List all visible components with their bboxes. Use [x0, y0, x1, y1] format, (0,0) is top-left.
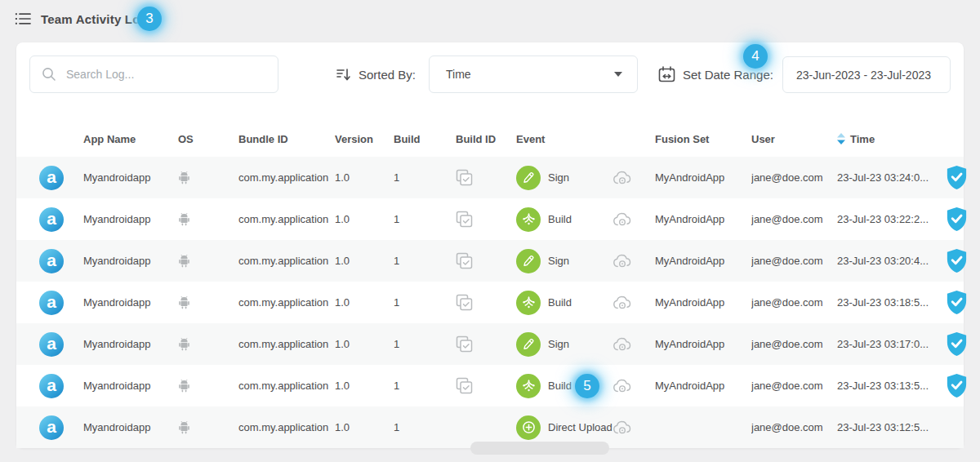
time-cell: 23-Jul-23 03:20:4... [837, 255, 946, 267]
time-cell: 23-Jul-23 03:18:5... [837, 296, 946, 309]
build-id-icon[interactable] [456, 294, 473, 311]
verified-shield-icon[interactable] [946, 165, 968, 190]
table-row[interactable]: a Myandroidapp com.my.application 1.0 1 [16, 365, 964, 406]
build-cell: 1 [394, 380, 456, 392]
table-header: App Name OS Bundle ID Version Build Buil… [16, 121, 964, 157]
verified-shield-icon[interactable] [946, 207, 968, 232]
app-name-cell: Myandroidapp [83, 255, 178, 267]
build-cell: 1 [394, 296, 456, 309]
search-input[interactable] [66, 68, 266, 81]
android-icon [178, 171, 190, 184]
bundle-id-cell: com.my.application [238, 338, 335, 350]
direct-upload-icon [522, 420, 536, 434]
app-avatar: a [39, 415, 64, 440]
event-label: Direct Upload [548, 421, 612, 433]
user-cell: jane@doe.com [751, 255, 837, 267]
user-cell: jane@doe.com [751, 380, 837, 392]
col-user: User [751, 133, 837, 145]
event-circle [516, 415, 541, 440]
time-cell: 23-Jul-23 03:13:5... [837, 380, 946, 392]
event-label: Sign [548, 338, 569, 350]
build-id-icon[interactable] [456, 377, 473, 394]
sort-select[interactable]: Time [429, 56, 638, 93]
user-cell: jane@doe.com [751, 421, 837, 433]
col-fusion-set: Fusion Set [655, 133, 751, 145]
cloud-view-icon[interactable] [612, 336, 632, 352]
event-label: Build [548, 296, 572, 309]
build-id-icon[interactable] [456, 169, 473, 186]
cloud-view-icon[interactable] [612, 211, 632, 227]
bundle-id-cell: com.my.application [238, 171, 335, 184]
date-range-field[interactable]: 23-Jun-2023 - 23-Jul-2023 [782, 56, 951, 93]
user-cell: jane@doe.com [751, 296, 837, 309]
step-badge-3: 3 [137, 7, 162, 31]
android-icon [178, 254, 190, 268]
event-cell: Sign [516, 332, 612, 357]
event-cell: Direct Upload [516, 415, 612, 440]
page-title: Team Activity Log [41, 12, 148, 26]
table-row[interactable]: a Myandroidapp com.my.application 1.0 1 [16, 323, 964, 365]
user-cell: jane@doe.com [751, 338, 837, 350]
search-box[interactable] [29, 56, 278, 93]
verified-shield-icon[interactable] [946, 290, 968, 315]
table-row[interactable]: a Myandroidapp com.my.application 1.0 1 [16, 157, 964, 198]
build-cell: 1 [394, 171, 456, 184]
sorted-by-label: Sorted By: [359, 68, 416, 82]
app-name-cell: Myandroidapp [83, 338, 178, 350]
verified-shield-icon[interactable] [946, 248, 968, 273]
cloud-view-icon[interactable] [612, 378, 632, 393]
cloud-view-icon[interactable] [612, 170, 632, 185]
version-cell: 1.0 [335, 380, 394, 392]
event-label: Sign [548, 171, 569, 184]
event-circle [516, 166, 541, 190]
table-row[interactable]: a Myandroidapp com.my.application 1.0 1 [16, 240, 964, 282]
fusion-set-cell: MyAndroidApp [655, 255, 751, 267]
search-icon [42, 67, 56, 82]
sort-icon [336, 68, 351, 82]
col-bundle-id: Bundle ID [238, 133, 335, 145]
time-cell: 23-Jul-23 03:17:0... [837, 338, 946, 350]
android-icon [178, 379, 190, 393]
col-build-id: Build ID [456, 133, 516, 145]
date-range-icon [658, 66, 675, 82]
fusion-set-cell: MyAndroidApp [655, 338, 751, 350]
col-event: Event [516, 133, 612, 145]
android-icon [178, 337, 190, 351]
table-row[interactable]: a Myandroidapp com.my.application 1.0 1 [16, 282, 964, 323]
step-badge-5: 5 [575, 374, 599, 398]
table-body: a Myandroidapp com.my.application 1.0 1 [16, 157, 964, 448]
time-cell: 23-Jul-23 03:22:2... [837, 213, 946, 225]
app-avatar: a [39, 249, 64, 273]
bundle-id-cell: com.my.application [238, 421, 335, 433]
build-id-icon[interactable] [456, 211, 473, 228]
verified-shield-icon[interactable] [946, 373, 968, 398]
sort-arrows-icon[interactable] [837, 133, 845, 144]
bundle-id-cell: com.my.application [238, 380, 335, 392]
version-cell: 1.0 [335, 255, 394, 267]
build-id-icon[interactable] [456, 335, 473, 353]
verified-shield-icon[interactable] [946, 331, 968, 357]
table-row[interactable]: a Myandroidapp com.my.application 1.0 1 [16, 198, 964, 240]
event-cell: Build [516, 291, 612, 315]
event-circle [516, 207, 541, 232]
cloud-view-icon[interactable] [612, 253, 632, 269]
app-avatar: a [39, 291, 64, 315]
col-app-name: App Name [83, 133, 178, 145]
event-cell: Sign [516, 249, 612, 273]
event-circle [516, 332, 541, 357]
fusion-set-cell: MyAndroidApp [655, 213, 751, 225]
version-cell: 1.0 [335, 296, 394, 309]
version-cell: 1.0 [335, 213, 394, 225]
cloud-view-icon[interactable] [612, 420, 632, 435]
pencil-icon [522, 338, 535, 351]
sort-select-value: Time [446, 68, 471, 81]
col-time[interactable]: Time [837, 133, 946, 145]
build-id-icon[interactable] [456, 252, 473, 269]
app-name-cell: Myandroidapp [83, 421, 178, 433]
fusion-set-cell: MyAndroidApp [655, 171, 751, 184]
cloud-view-icon[interactable] [612, 295, 632, 310]
version-cell: 1.0 [335, 171, 394, 184]
horizontal-scrollbar-thumb[interactable] [470, 442, 609, 455]
event-circle [516, 291, 541, 315]
app-avatar: a [39, 374, 64, 398]
